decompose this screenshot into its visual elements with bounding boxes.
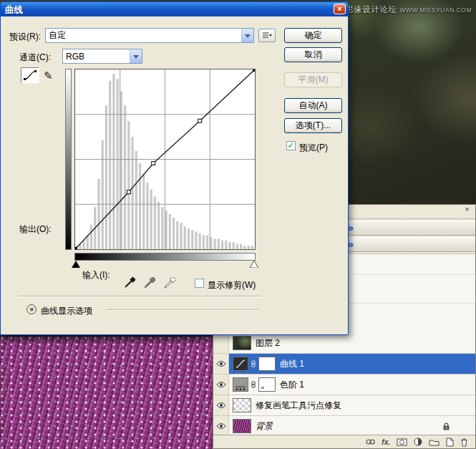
layer-row-layer2[interactable]: 图层 2 [213,333,475,354]
options-button[interactable]: 选项(T)... [284,118,342,133]
watermark-site-url: WWW.MISSYUAN.COM [399,6,472,14]
visibility-toggle[interactable] [213,395,229,415]
visibility-toggle[interactable] [213,354,229,374]
input-label: 输入(I): [82,269,110,281]
chevron-down-icon[interactable] [241,29,253,42]
layer-name: 色阶 1 [280,379,304,391]
black-point-slider[interactable] [72,260,80,270]
curve-tool-icon [24,70,37,80]
layer-row-background[interactable]: 背景 [213,416,475,437]
preset-value: 自定 [46,29,241,42]
preview-checkbox[interactable]: ✓ [286,141,296,150]
delete-layer-icon[interactable] [460,438,468,447]
smooth-button: 平滑(M) [284,72,342,87]
layer-name: 图层 2 [256,337,280,349]
expand-options-icon[interactable]: » [26,304,37,314]
layer-row-curves1[interactable]: 曲线 1 [213,354,475,375]
eye-icon [216,360,226,367]
expand-arrows-icon[interactable]: » [348,238,354,250]
watermark-site-name: 思缘设计论坛 [345,5,397,14]
new-layer-icon[interactable] [446,438,454,447]
white-point-eyedropper-icon[interactable] [164,277,175,289]
channel-label: 通道(C): [19,52,51,64]
show-clipping-checkbox[interactable] [195,279,204,288]
visibility-toggle[interactable] [213,416,229,436]
add-layer-mask-icon[interactable] [397,438,407,446]
layer-thumbnail[interactable] [233,398,251,412]
curves-adjustment-thumbnail[interactable] [233,357,248,371]
show-clipping-label: 显示修剪(W) [208,279,256,291]
layer-mask-thumbnail[interactable] [258,377,276,392]
preset-dropdown[interactable]: 自定 [45,28,254,43]
channel-value: RGB [63,52,130,62]
mask-paint-spot [261,387,264,389]
new-group-icon[interactable] [429,438,439,446]
levels-adjustment-thumbnail[interactable] [233,377,248,392]
preset-options-button[interactable] [258,29,276,42]
separator [18,296,261,297]
pencil-tool-icon[interactable]: ✎ [44,69,53,82]
levels-glyph-icon [235,384,246,391]
layer-thumbnail[interactable] [233,336,251,350]
curve-tool-button[interactable] [21,67,39,83]
options-rule [107,309,258,311]
curve-plot-svg [75,69,255,249]
mask-link-icon[interactable] [250,360,257,367]
screen: 思缘设计论坛 WWW.MISSYUAN.COM × » » 图层 2 [0,0,476,449]
expand-arrows-icon[interactable]: » [348,222,354,233]
dialog-title: 曲线 [5,4,23,16]
new-adjustment-layer-icon[interactable] [414,438,422,446]
input-gradient-bar[interactable] [74,253,256,261]
preset-options-icon [262,32,272,39]
layer-row-levels1[interactable]: 色阶 1 [213,375,475,395]
layer-thumbnail[interactable] [233,419,251,433]
lock-icon [443,423,450,430]
white-point-slider[interactable] [250,260,258,270]
panel-close-icon[interactable]: × [462,206,472,215]
eye-icon [216,402,226,409]
mask-link-icon[interactable] [250,381,257,388]
layer-mask-thumbnail[interactable] [258,357,276,371]
close-button[interactable]: × [334,4,346,14]
curve-glyph-icon [235,359,246,368]
eye-icon [216,381,226,388]
preview-label: 预览(P) [299,142,328,154]
document-canvas-fabric[interactable] [0,337,215,449]
layer-style-icon[interactable]: fx. [382,438,390,446]
curve-graph[interactable] [74,69,256,250]
layer-row-healing[interactable]: 修复画笔工具污点修复 [213,395,475,416]
layer-name: 修复画笔工具污点修复 [256,400,341,412]
channel-dropdown[interactable]: RGB [62,49,142,64]
visibility-toggle[interactable] [213,375,229,395]
ok-button[interactable]: 确定 [284,28,342,43]
visibility-toggle[interactable] [213,333,229,353]
cancel-button[interactable]: 取消 [284,47,342,62]
gray-point-eyedropper-icon[interactable] [144,277,155,289]
layer-name: 曲线 1 [280,358,304,370]
link-layers-icon[interactable] [366,438,375,445]
auto-button[interactable]: 自动(A) [284,98,342,113]
curves-dialog: 曲线 × 预设(R): 自定 确定 取消 平滑(M) 自动(A) 选项(T)..… [0,1,349,335]
preset-label: 预设(R): [9,31,41,43]
eye-icon [216,423,226,430]
layers-toolbar: fx. [213,435,475,448]
chevron-down-icon[interactable] [130,49,142,63]
output-label: 输出(O): [19,223,52,236]
dialog-titlebar[interactable]: 曲线 × [1,2,348,16]
display-options-label: 曲线显示选项 [41,305,92,317]
watermark: 思缘设计论坛 WWW.MISSYUAN.COM [345,4,472,15]
layer-name: 背景 [256,420,273,433]
output-gradient-bar[interactable] [65,69,72,250]
black-point-eyedropper-icon[interactable] [124,277,135,289]
